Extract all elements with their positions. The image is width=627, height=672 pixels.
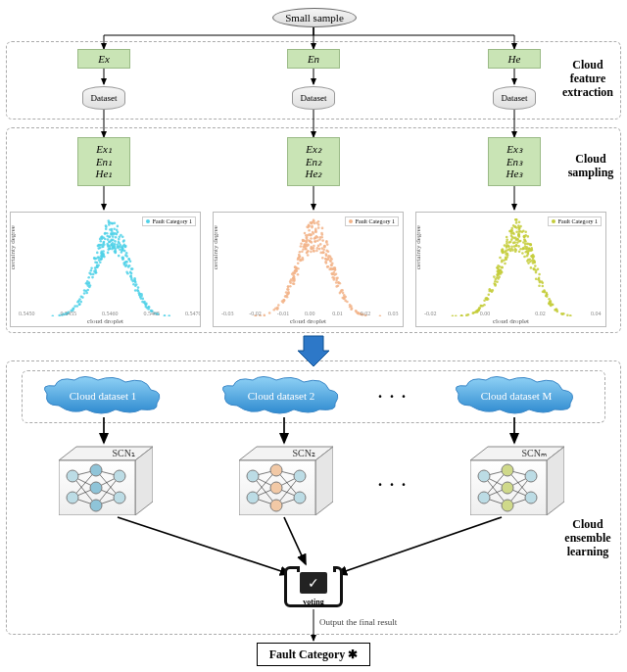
svg-point-255 — [143, 301, 146, 304]
svg-point-716 — [519, 240, 522, 243]
svg-point-385 — [299, 255, 302, 258]
svg-point-780 — [480, 305, 483, 308]
svg-point-232 — [102, 245, 105, 248]
svg-point-452 — [327, 265, 330, 268]
svg-point-706 — [452, 315, 455, 316]
svg-point-418 — [321, 239, 324, 242]
svg-point-465 — [313, 245, 315, 248]
svg-point-664 — [561, 312, 564, 315]
svg-point-40 — [134, 289, 137, 292]
svg-point-749 — [506, 243, 508, 246]
dataset-1: Dataset — [82, 86, 125, 110]
svg-point-732 — [522, 247, 525, 250]
svg-point-494 — [302, 240, 305, 243]
svg-point-512 — [307, 254, 310, 257]
svg-point-688 — [522, 229, 525, 232]
svg-point-216 — [80, 295, 83, 298]
svg-point-758 — [475, 310, 478, 312]
svg-point-645 — [513, 241, 516, 244]
svg-point-604 — [566, 314, 569, 317]
svg-point-750 — [535, 278, 538, 281]
svg-point-245 — [124, 245, 127, 248]
svg-point-114 — [90, 269, 93, 272]
svg-point-813 — [67, 492, 78, 504]
svg-point-395 — [312, 231, 314, 234]
svg-point-450 — [310, 237, 313, 240]
svg-point-335 — [304, 232, 307, 235]
svg-point-234 — [122, 258, 125, 261]
svg-point-490 — [264, 314, 266, 316]
svg-point-236 — [108, 223, 111, 226]
svg-point-437 — [306, 238, 309, 241]
svg-point-253 — [91, 276, 94, 279]
svg-point-653 — [532, 262, 535, 264]
scn-cube-2: SCN₂ — [239, 443, 333, 517]
svg-point-764 — [517, 233, 520, 236]
svg-point-725 — [478, 307, 481, 310]
svg-point-657 — [524, 230, 527, 233]
svg-point-754 — [526, 250, 529, 253]
svg-point-257 — [101, 236, 104, 239]
svg-point-583 — [510, 245, 513, 248]
svg-point-763 — [500, 270, 503, 273]
svg-point-281 — [317, 226, 320, 229]
svg-point-783 — [569, 314, 572, 316]
svg-point-122 — [107, 238, 110, 241]
svg-point-784 — [486, 297, 489, 300]
svg-point-502 — [289, 281, 292, 284]
feature-ex: Ex — [77, 49, 130, 69]
svg-point-753 — [550, 302, 553, 305]
svg-point-197 — [108, 241, 111, 244]
dataset-3: Dataset — [493, 86, 536, 110]
cloud-2-label: Cloud dataset 2 — [248, 390, 314, 402]
svg-point-520 — [282, 301, 285, 304]
svg-point-518 — [304, 245, 307, 248]
svg-point-837 — [270, 464, 282, 476]
svg-point-551 — [538, 285, 541, 288]
svg-point-785 — [455, 315, 458, 316]
svg-point-459 — [339, 292, 342, 295]
svg-point-509 — [343, 297, 346, 300]
svg-point-221 — [111, 248, 114, 251]
small-sample-label: Small sample — [285, 12, 344, 24]
svg-point-403 — [340, 289, 343, 292]
svg-point-238 — [98, 244, 101, 247]
svg-point-817 — [114, 470, 125, 482]
svg-point-440 — [327, 255, 330, 258]
svg-point-410 — [287, 288, 290, 291]
svg-point-227 — [168, 314, 170, 316]
svg-point-208 — [123, 250, 126, 253]
svg-point-180 — [73, 305, 76, 308]
svg-point-524 — [329, 267, 332, 270]
svg-point-778 — [505, 253, 507, 256]
svg-point-767 — [529, 261, 532, 264]
svg-point-225 — [100, 252, 103, 255]
svg-point-787 — [501, 261, 504, 264]
svg-text:SCN₂: SCN₂ — [293, 448, 315, 458]
dataset-2: Dataset — [292, 86, 335, 110]
svg-point-456 — [311, 248, 314, 251]
svg-point-863 — [525, 470, 537, 482]
svg-point-718 — [504, 244, 506, 247]
svg-point-209 — [93, 270, 96, 273]
svg-point-543 — [519, 248, 522, 251]
svg-point-36 — [164, 314, 167, 316]
svg-point-171 — [142, 298, 145, 301]
svg-point-443 — [300, 242, 303, 245]
svg-point-772 — [516, 241, 519, 244]
svg-point-428 — [291, 273, 294, 276]
svg-point-111 — [107, 252, 110, 255]
ellipsis-scn: · · · — [378, 476, 408, 494]
svg-point-735 — [497, 264, 500, 267]
svg-point-519 — [315, 221, 318, 224]
svg-point-57 — [112, 235, 115, 238]
svg-point-233 — [102, 254, 105, 257]
svg-point-771 — [488, 290, 491, 293]
svg-point-124 — [131, 267, 134, 270]
svg-point-613 — [488, 294, 491, 297]
svg-point-727 — [514, 249, 517, 252]
svg-point-689 — [531, 256, 534, 259]
svg-point-181 — [113, 227, 116, 230]
svg-point-504 — [338, 281, 341, 284]
svg-point-864 — [525, 492, 537, 504]
